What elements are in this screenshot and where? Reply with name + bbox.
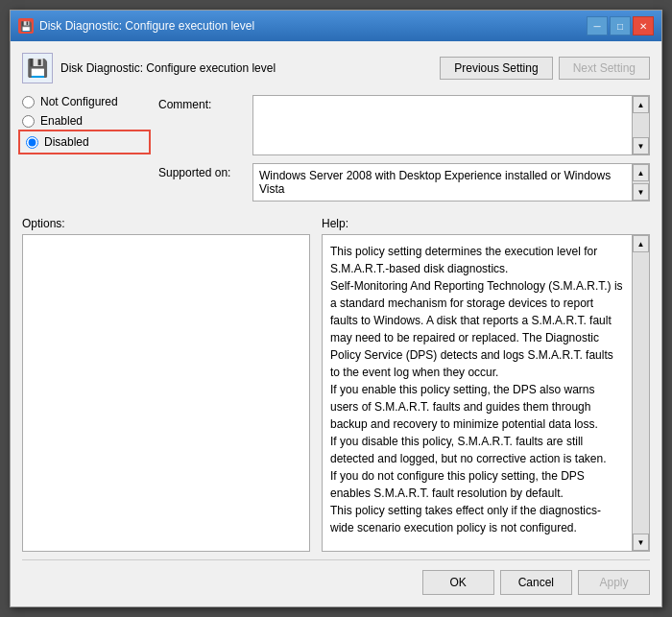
options-panel: Options:: [22, 217, 310, 552]
comment-scroll-down[interactable]: ▼: [633, 137, 649, 154]
radio-disabled-label: Disabled: [44, 135, 89, 149]
help-paragraph: If you do not configure this policy sett…: [330, 467, 624, 502]
help-panel: Help: This policy setting determines the…: [322, 217, 650, 552]
supported-scroll-up[interactable]: ▲: [633, 164, 649, 181]
title-bar: 💾 Disk Diagnostic: Configure execution l…: [11, 11, 661, 41]
radio-disabled[interactable]: Disabled: [22, 133, 147, 151]
radio-not-configured-label: Not Configured: [40, 95, 118, 108]
comment-scrollbar: ▲ ▼: [632, 96, 649, 154]
top-area: Not Configured Enabled Disabled Comment:: [22, 95, 650, 202]
radio-enabled-input[interactable]: [22, 115, 35, 128]
help-paragraph: This policy setting takes effect only if…: [330, 502, 624, 536]
right-fields: Comment: ▲ ▼ Support: [158, 95, 650, 202]
help-text-content: This policy setting determines the execu…: [323, 235, 649, 551]
next-setting-button: Next Setting: [559, 57, 650, 80]
supported-scrollbar: ▲ ▼: [632, 164, 649, 201]
close-button[interactable]: ✕: [633, 16, 654, 36]
ok-button[interactable]: OK: [422, 570, 494, 595]
main-window: 💾 Disk Diagnostic: Configure execution l…: [10, 10, 662, 607]
options-label: Options:: [22, 217, 310, 230]
header-title: Disk Diagnostic: Configure execution lev…: [60, 61, 276, 75]
comment-scroll-track: [633, 113, 649, 137]
comment-field-content: ▲ ▼: [252, 95, 650, 155]
help-paragraph: Self-Monitoring And Reporting Technology…: [330, 277, 624, 381]
radio-not-configured-input[interactable]: [22, 96, 35, 108]
header-buttons: Previous Setting Next Setting: [440, 57, 650, 80]
middle-section: Options: Help: This policy setting deter…: [22, 217, 650, 552]
help-scroll-down[interactable]: ▼: [633, 534, 649, 551]
main-content: 💾 Disk Diagnostic: Configure execution l…: [11, 41, 661, 606]
supported-wrap: Windows Server 2008 with Desktop Experie…: [252, 163, 650, 202]
title-controls: ─ □ ✕: [587, 16, 654, 36]
supported-field-row: Supported on: Windows Server 2008 with D…: [158, 163, 650, 202]
radio-not-configured[interactable]: Not Configured: [22, 95, 147, 108]
comment-textarea[interactable]: [253, 96, 632, 152]
apply-button: Apply: [578, 570, 650, 595]
comment-label: Comment:: [158, 95, 245, 111]
supported-field-content: Windows Server 2008 with Desktop Experie…: [252, 163, 650, 202]
supported-value: Windows Server 2008 with Desktop Experie…: [253, 164, 649, 201]
supported-scroll-down[interactable]: ▼: [633, 183, 649, 201]
header-icon: 💾: [22, 53, 53, 83]
help-label: Help:: [322, 217, 650, 230]
header-left: 💾 Disk Diagnostic: Configure execution l…: [22, 53, 276, 83]
comment-textarea-wrap: ▲ ▼: [252, 95, 650, 155]
radio-group: Not Configured Enabled Disabled: [22, 95, 147, 202]
help-paragraph: If you disable this policy, S.M.A.R.T. f…: [330, 433, 624, 467]
radio-enabled-label: Enabled: [40, 114, 83, 128]
help-paragraph: If you enable this policy setting, the D…: [330, 381, 624, 433]
help-scroll-up[interactable]: ▲: [633, 235, 649, 252]
radio-enabled[interactable]: Enabled: [22, 114, 147, 128]
help-scrollbar: ▲ ▼: [632, 235, 649, 551]
header-row: 💾 Disk Diagnostic: Configure execution l…: [22, 53, 650, 83]
window-icon: 💾: [18, 18, 34, 34]
maximize-button[interactable]: □: [610, 16, 631, 36]
comment-field-row: Comment: ▲ ▼: [158, 95, 650, 155]
help-paragraph: This policy setting determines the execu…: [330, 243, 624, 277]
title-bar-left: 💾 Disk Diagnostic: Configure execution l…: [18, 18, 254, 34]
help-scroll-track: [633, 252, 649, 534]
bottom-buttons: OK Cancel Apply: [22, 559, 650, 595]
supported-label: Supported on:: [158, 163, 245, 179]
comment-scroll-up[interactable]: ▲: [633, 96, 649, 113]
help-scroll-wrap: This policy setting determines the execu…: [322, 234, 650, 552]
previous-setting-button[interactable]: Previous Setting: [440, 57, 552, 80]
options-box: [22, 234, 310, 552]
cancel-button[interactable]: Cancel: [500, 570, 572, 595]
radio-disabled-input[interactable]: [26, 136, 38, 149]
window-title: Disk Diagnostic: Configure execution lev…: [39, 19, 254, 33]
minimize-button[interactable]: ─: [587, 16, 608, 36]
